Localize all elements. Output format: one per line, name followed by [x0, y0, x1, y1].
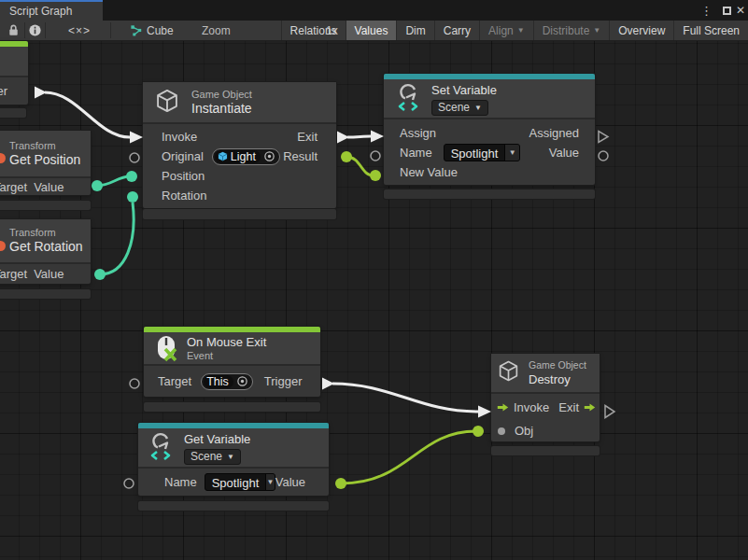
node-instantiate[interactable]: Game Object Instantiate Invoke Exit Orig…: [143, 82, 336, 208]
obj-port-label: Obj: [515, 424, 533, 438]
window-menu-icon[interactable]: ⋮: [700, 0, 713, 21]
variable-name-dropdown[interactable]: Spotlight ▼: [444, 144, 521, 161]
object-picker-icon[interactable]: [236, 375, 248, 387]
value-port-label: Value: [549, 146, 579, 160]
window-maximize-icon[interactable]: [723, 0, 731, 21]
invoke-port-label: Invoke: [514, 400, 549, 414]
assigned-port-label: Assigned: [529, 126, 579, 140]
position-port-label: Position: [162, 169, 205, 183]
node-footer: [0, 289, 91, 299]
target-port-label: Target: [0, 267, 27, 281]
name-port-label: Name: [164, 475, 197, 489]
graph-canvas[interactable]: [0, 41, 748, 560]
breadcrumb[interactable]: Cube: [147, 21, 174, 40]
variable-name-value: Spotlight: [205, 474, 266, 490]
node-title: Get Rotation: [9, 239, 83, 255]
graph-toolbar: <×> Cube Zoom 1x Relations Values Dim Ca…: [0, 21, 748, 41]
trigger-port-label: Trigger: [0, 84, 7, 98]
name-port-label: Name: [400, 146, 432, 160]
original-port-label: Original: [162, 149, 204, 163]
node-footer: [0, 108, 26, 118]
node-title: On Mouse Exit: [187, 334, 266, 350]
overview-button[interactable]: Overview: [609, 21, 673, 40]
align-button[interactable]: Align ▼: [479, 21, 533, 40]
value-port-label: Value: [34, 180, 64, 194]
variable-name-dropdown[interactable]: Spotlight ▼: [205, 473, 275, 491]
scope-value: Scene: [191, 450, 222, 463]
object-field[interactable]: Light: [212, 148, 280, 165]
node-destroy[interactable]: Game Object Destroy Invoke Exit Obj: [491, 354, 600, 441]
chevron-down-icon: ▼: [504, 145, 519, 161]
tab-script-graph[interactable]: Script Graph: [0, 0, 103, 21]
node-set-variable[interactable]: Set Variable Scene ▼ Assign Assigned Nam…: [384, 74, 595, 185]
window-close-icon[interactable]: ✕: [736, 0, 745, 21]
flow-in-arrow-icon: [496, 401, 510, 413]
chevron-down-icon: ▼: [517, 26, 525, 35]
align-label: Align: [488, 24, 514, 37]
variable-icon: [146, 430, 176, 466]
chevron-down-icon: ▼: [474, 104, 482, 112]
chevron-down-icon: ▼: [593, 26, 600, 35]
new-value-port-label: New Value: [400, 165, 458, 179]
scope-value: Scene: [438, 101, 470, 114]
rotation-port-label: Rotation: [162, 189, 206, 203]
node-get-rotation[interactable]: Transform Get Rotation Target Value: [0, 219, 91, 284]
trigger-port-label: Trigger: [264, 374, 303, 388]
dim-button[interactable]: Dim: [396, 21, 433, 40]
node-title: Get Variable: [184, 431, 250, 447]
node-category: Game Object: [191, 89, 252, 101]
value-port-dot-icon: [498, 427, 505, 435]
carry-button[interactable]: Carry: [434, 21, 479, 40]
chevron-down-icon: ▼: [227, 453, 234, 461]
flow-out-arrow-icon: [583, 401, 597, 413]
node-footer: [491, 446, 600, 455]
variable-scope-dropdown[interactable]: Scene ▼: [184, 449, 241, 465]
game-object-icon: [497, 359, 520, 386]
node-on-mouse-exit[interactable]: On Mouse Exit Event Target This Trigger: [144, 327, 320, 397]
mouse-exit-icon: [153, 335, 179, 367]
node-footer: [144, 402, 320, 412]
node-footer: [143, 209, 336, 219]
lock-icon[interactable]: [3, 21, 23, 40]
object-field-value: Light: [231, 150, 256, 163]
node-category: Transform: [9, 227, 83, 239]
tab-bar: Script Graph ⋮ ✕: [0, 0, 748, 21]
node-category: Transform: [9, 140, 80, 152]
node-footer: [0, 201, 91, 210]
tab-title: Script Graph: [9, 5, 72, 18]
node-title: Get Position: [9, 152, 80, 168]
node-title: Set Variable: [431, 82, 497, 98]
graph-breadcrumb-icon: [128, 21, 145, 40]
zoom-label: Zoom: [202, 21, 231, 40]
toolbar-button-group: Relations Values Dim Carry Align ▼ Distr…: [281, 21, 748, 40]
value-port-label: Value: [275, 475, 305, 489]
node-title: Instantiate: [191, 101, 252, 117]
node-get-position[interactable]: Transform Get Position Target Value: [0, 131, 91, 195]
node-footer: [138, 501, 329, 511]
target-port-label: Target: [158, 374, 191, 388]
result-port-label: Result: [283, 149, 318, 163]
game-object-icon: [154, 88, 180, 118]
distribute-button[interactable]: Distribute ▼: [533, 21, 610, 40]
relations-button[interactable]: Relations: [281, 21, 346, 40]
values-button[interactable]: Values: [346, 21, 397, 40]
object-field-value: This: [204, 375, 233, 388]
node-partial-event[interactable]: Trigger: [0, 41, 28, 105]
chevron-down-icon: ▼: [265, 474, 274, 490]
node-subtitle: Event: [187, 350, 266, 362]
info-icon[interactable]: [24, 21, 45, 40]
node-title: Destroy: [529, 371, 586, 387]
node-get-variable[interactable]: Get Variable Scene ▼ Name Spotlight ▼ Va…: [138, 423, 329, 496]
distribute-label: Distribute: [543, 24, 590, 37]
exit-port-label: Exit: [558, 400, 579, 414]
node-category: Game Object: [529, 359, 586, 371]
transform-icon: [0, 153, 6, 163]
script-graph-window: Script Graph ⋮ ✕ <×>: [0, 0, 748, 560]
full-screen-button[interactable]: Full Screen: [673, 21, 748, 40]
code-view-icon[interactable]: <×>: [58, 21, 101, 40]
variable-scope-dropdown[interactable]: Scene ▼: [431, 100, 488, 116]
object-picker-icon[interactable]: [263, 150, 275, 162]
node-footer: [384, 189, 595, 199]
exit-port-label: Exit: [297, 130, 318, 144]
object-field[interactable]: This: [201, 373, 253, 390]
